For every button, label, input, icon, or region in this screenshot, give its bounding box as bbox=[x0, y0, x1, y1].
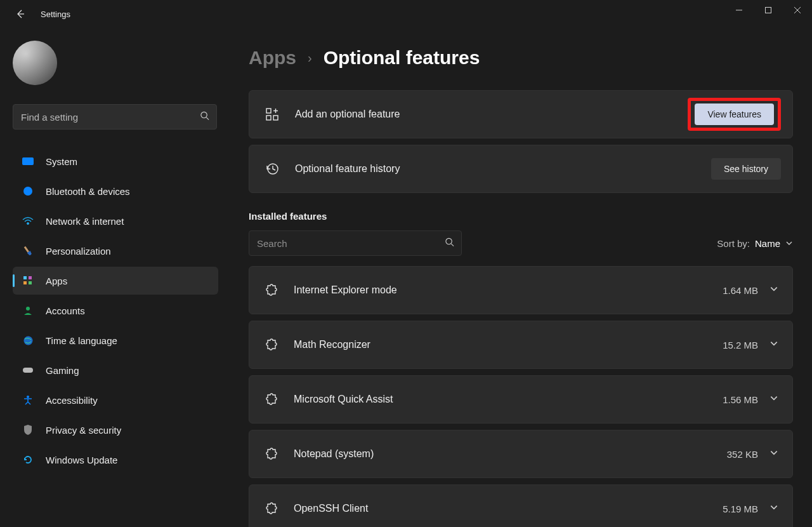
close-button[interactable] bbox=[783, 0, 812, 20]
shield-icon bbox=[22, 424, 34, 436]
nav-time[interactable]: Time & language bbox=[13, 326, 218, 354]
nav-label: Accessibility bbox=[46, 395, 98, 406]
system-icon bbox=[22, 155, 34, 168]
svg-point-6 bbox=[27, 223, 29, 225]
svg-rect-9 bbox=[29, 276, 32, 279]
clock-globe-icon bbox=[22, 334, 34, 347]
see-history-button[interactable]: See history bbox=[711, 158, 781, 180]
feature-row[interactable]: OpenSSH Client5.19 MB bbox=[249, 484, 793, 527]
nav-privacy[interactable]: Privacy & security bbox=[13, 416, 218, 444]
nav-label: Personalization bbox=[46, 246, 111, 257]
minimize-button[interactable] bbox=[724, 0, 754, 20]
feature-name: Internet Explorer mode bbox=[294, 284, 723, 296]
nav-update[interactable]: Windows Update bbox=[13, 446, 218, 474]
installed-features-heading: Installed features bbox=[249, 211, 793, 222]
brush-icon bbox=[19, 242, 37, 260]
features-search-input[interactable] bbox=[249, 230, 462, 256]
nav-label: Time & language bbox=[46, 335, 117, 346]
svg-rect-17 bbox=[266, 116, 271, 120]
feature-size: 5.19 MB bbox=[723, 504, 758, 514]
accessibility-icon bbox=[22, 394, 34, 406]
chevron-down-icon bbox=[785, 238, 793, 249]
settings-search-input[interactable] bbox=[13, 104, 217, 130]
nav-label: Apps bbox=[46, 276, 67, 286]
nav-apps[interactable]: Apps bbox=[13, 267, 218, 295]
gamepad-icon bbox=[22, 364, 34, 377]
chevron-down-icon bbox=[769, 448, 778, 460]
sort-value: Name bbox=[755, 238, 780, 249]
nav-gaming[interactable]: Gaming bbox=[13, 356, 218, 384]
maximize-button[interactable] bbox=[754, 0, 783, 20]
svg-rect-8 bbox=[23, 276, 27, 279]
puzzle-icon bbox=[265, 447, 278, 461]
feature-row[interactable]: Internet Explorer mode1.64 MB bbox=[249, 266, 793, 314]
history-icon bbox=[265, 161, 280, 177]
svg-rect-14 bbox=[23, 368, 33, 373]
nav-accounts[interactable]: Accounts bbox=[13, 297, 218, 324]
view-features-button[interactable]: View features bbox=[695, 103, 774, 125]
nav-bluetooth[interactable]: Bluetooth & devices bbox=[13, 177, 218, 205]
user-avatar[interactable] bbox=[13, 41, 57, 85]
svg-rect-16 bbox=[266, 109, 271, 113]
svg-rect-10 bbox=[23, 281, 27, 284]
svg-point-22 bbox=[446, 238, 452, 244]
add-feature-label: Add an optional feature bbox=[295, 109, 688, 120]
puzzle-icon bbox=[265, 338, 278, 352]
feature-name: OpenSSH Client bbox=[294, 503, 723, 514]
puzzle-icon bbox=[265, 502, 278, 516]
accounts-icon bbox=[22, 304, 34, 317]
breadcrumb-parent[interactable]: Apps bbox=[249, 47, 296, 69]
optional-feature-history-row: Optional feature history See history bbox=[249, 145, 793, 193]
chevron-down-icon bbox=[769, 503, 778, 514]
nav-system[interactable]: System bbox=[13, 147, 218, 175]
feature-name: Math Recognizer bbox=[294, 339, 723, 350]
update-icon bbox=[22, 453, 34, 466]
svg-rect-18 bbox=[273, 116, 278, 120]
chevron-right-icon: › bbox=[308, 51, 312, 65]
window-title: Settings bbox=[41, 10, 70, 19]
feature-row[interactable]: Math Recognizer15.2 MB bbox=[249, 321, 793, 369]
feature-size: 352 KB bbox=[727, 449, 758, 460]
nav-label: Windows Update bbox=[46, 455, 117, 465]
nav-label: System bbox=[46, 156, 77, 167]
svg-point-15 bbox=[27, 396, 29, 398]
puzzle-icon bbox=[265, 283, 278, 297]
breadcrumb: Apps › Optional features bbox=[249, 47, 793, 69]
apps-icon bbox=[22, 274, 34, 287]
search-icon bbox=[445, 237, 454, 250]
svg-point-13 bbox=[23, 336, 32, 345]
puzzle-icon bbox=[265, 392, 278, 406]
chevron-down-icon bbox=[769, 284, 778, 296]
search-icon bbox=[200, 111, 209, 123]
svg-rect-11 bbox=[29, 281, 32, 284]
svg-line-23 bbox=[451, 244, 454, 246]
svg-rect-7 bbox=[24, 246, 29, 253]
nav-accessibility[interactable]: Accessibility bbox=[13, 386, 218, 414]
back-button[interactable] bbox=[13, 6, 28, 22]
feature-name: Microsoft Quick Assist bbox=[294, 394, 723, 405]
feature-size: 1.56 MB bbox=[723, 394, 758, 405]
nav-network[interactable]: Network & internet bbox=[13, 207, 218, 235]
add-grid-icon bbox=[265, 107, 280, 122]
nav-label: Privacy & security bbox=[46, 425, 121, 436]
nav-personalization[interactable]: Personalization bbox=[13, 237, 218, 265]
view-features-highlight: View features bbox=[688, 98, 781, 131]
svg-point-12 bbox=[26, 307, 30, 310]
sort-label: Sort by: bbox=[717, 238, 750, 249]
feature-size: 15.2 MB bbox=[723, 340, 758, 350]
page-title: Optional features bbox=[324, 47, 480, 69]
feature-size: 1.64 MB bbox=[723, 285, 758, 296]
svg-rect-1 bbox=[766, 8, 771, 13]
nav-label: Bluetooth & devices bbox=[46, 186, 130, 197]
bluetooth-icon bbox=[22, 185, 34, 197]
wifi-icon bbox=[22, 215, 34, 227]
svg-line-5 bbox=[206, 117, 209, 120]
nav-label: Accounts bbox=[46, 305, 85, 316]
feature-row[interactable]: Microsoft Quick Assist1.56 MB bbox=[249, 375, 793, 424]
chevron-down-icon bbox=[769, 339, 778, 350]
feature-row[interactable]: Notepad (system)352 KB bbox=[249, 430, 793, 478]
chevron-down-icon bbox=[769, 394, 778, 405]
add-optional-feature-row: Add an optional feature View features bbox=[249, 90, 793, 138]
nav-label: Network & internet bbox=[46, 216, 124, 227]
sort-dropdown[interactable]: Sort by: Name bbox=[717, 238, 793, 249]
